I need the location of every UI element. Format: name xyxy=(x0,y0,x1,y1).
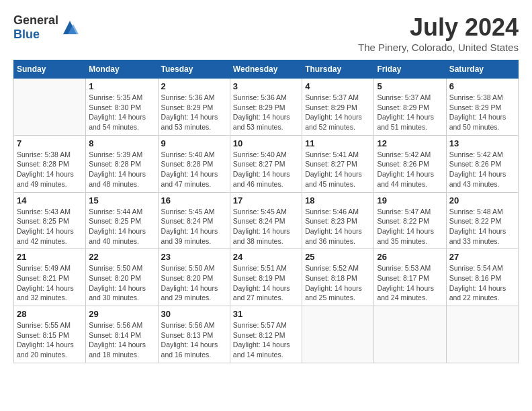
day-info: Sunrise: 5:43 AM Sunset: 8:25 PM Dayligh… xyxy=(17,207,83,246)
day-info: Sunrise: 5:51 AM Sunset: 8:19 PM Dayligh… xyxy=(233,263,299,303)
day-info: Sunrise: 5:52 AM Sunset: 8:18 PM Dayligh… xyxy=(305,263,371,303)
day-number: 30 xyxy=(161,309,227,319)
calendar-cell: 19Sunrise: 5:47 AM Sunset: 8:22 PM Dayli… xyxy=(374,192,446,249)
day-info: Sunrise: 5:35 AM Sunset: 8:30 PM Dayligh… xyxy=(89,93,154,132)
day-number: 12 xyxy=(377,138,443,148)
day-info: Sunrise: 5:57 AM Sunset: 8:12 PM Dayligh… xyxy=(233,320,299,360)
day-info: Sunrise: 5:54 AM Sunset: 8:16 PM Dayligh… xyxy=(449,263,515,303)
day-number: 26 xyxy=(377,252,443,262)
day-info: Sunrise: 5:47 AM Sunset: 8:22 PM Dayligh… xyxy=(377,207,443,246)
day-number: 7 xyxy=(17,138,83,148)
day-info: Sunrise: 5:44 AM Sunset: 8:25 PM Dayligh… xyxy=(89,207,154,246)
calendar-cell: 31Sunrise: 5:57 AM Sunset: 8:12 PM Dayli… xyxy=(230,306,302,363)
day-number: 15 xyxy=(89,195,154,205)
calendar-cell: 7Sunrise: 5:38 AM Sunset: 8:28 PM Daylig… xyxy=(14,135,86,192)
day-info: Sunrise: 5:37 AM Sunset: 8:29 PM Dayligh… xyxy=(377,93,443,132)
calendar-cell: 21Sunrise: 5:49 AM Sunset: 8:21 PM Dayli… xyxy=(14,249,86,306)
day-number: 16 xyxy=(161,195,227,205)
day-info: Sunrise: 5:41 AM Sunset: 8:27 PM Dayligh… xyxy=(305,150,371,189)
day-number: 20 xyxy=(449,195,515,205)
day-number: 28 xyxy=(17,309,83,319)
day-info: Sunrise: 5:39 AM Sunset: 8:28 PM Dayligh… xyxy=(89,150,154,189)
day-info: Sunrise: 5:37 AM Sunset: 8:29 PM Dayligh… xyxy=(305,93,371,132)
day-number: 14 xyxy=(17,195,83,205)
day-info: Sunrise: 5:36 AM Sunset: 8:29 PM Dayligh… xyxy=(161,93,227,132)
day-number: 2 xyxy=(161,81,227,91)
day-info: Sunrise: 5:56 AM Sunset: 8:13 PM Dayligh… xyxy=(161,320,227,360)
day-info: Sunrise: 5:38 AM Sunset: 8:28 PM Dayligh… xyxy=(17,150,83,189)
calendar-cell: 13Sunrise: 5:42 AM Sunset: 8:26 PM Dayli… xyxy=(446,135,518,192)
calendar-cell: 3Sunrise: 5:36 AM Sunset: 8:29 PM Daylig… xyxy=(230,79,302,136)
calendar-cell: 9Sunrise: 5:40 AM Sunset: 8:28 PM Daylig… xyxy=(158,135,230,192)
calendar-header-row: SundayMondayTuesdayWednesdayThursdayFrid… xyxy=(14,60,519,79)
calendar-header-tuesday: Tuesday xyxy=(158,60,230,79)
calendar-table: SundayMondayTuesdayWednesdayThursdayFrid… xyxy=(13,60,519,363)
calendar-cell: 11Sunrise: 5:41 AM Sunset: 8:27 PM Dayli… xyxy=(302,135,374,192)
day-number: 21 xyxy=(17,252,83,262)
day-info: Sunrise: 5:42 AM Sunset: 8:26 PM Dayligh… xyxy=(377,150,443,189)
day-info: Sunrise: 5:48 AM Sunset: 8:22 PM Dayligh… xyxy=(449,207,515,246)
calendar-week-5: 28Sunrise: 5:55 AM Sunset: 8:15 PM Dayli… xyxy=(14,306,519,363)
calendar-cell: 17Sunrise: 5:45 AM Sunset: 8:24 PM Dayli… xyxy=(230,192,302,249)
calendar-cell: 26Sunrise: 5:53 AM Sunset: 8:17 PM Dayli… xyxy=(374,249,446,306)
logo-icon xyxy=(60,17,80,38)
day-number: 8 xyxy=(89,138,154,148)
calendar-week-1: 1Sunrise: 5:35 AM Sunset: 8:30 PM Daylig… xyxy=(14,79,519,136)
calendar-cell: 2Sunrise: 5:36 AM Sunset: 8:29 PM Daylig… xyxy=(158,79,230,136)
calendar-cell: 20Sunrise: 5:48 AM Sunset: 8:22 PM Dayli… xyxy=(446,192,518,249)
calendar-week-3: 14Sunrise: 5:43 AM Sunset: 8:25 PM Dayli… xyxy=(14,192,519,249)
day-number: 24 xyxy=(233,252,299,262)
day-info: Sunrise: 5:56 AM Sunset: 8:14 PM Dayligh… xyxy=(89,320,154,360)
calendar-header-sunday: Sunday xyxy=(14,60,86,79)
day-number: 5 xyxy=(377,81,443,91)
calendar-cell: 24Sunrise: 5:51 AM Sunset: 8:19 PM Dayli… xyxy=(230,249,302,306)
day-number: 4 xyxy=(305,81,371,91)
day-number: 22 xyxy=(89,252,154,262)
logo-text: General Blue xyxy=(13,13,58,42)
day-number: 3 xyxy=(233,81,299,91)
calendar-header-wednesday: Wednesday xyxy=(230,60,302,79)
day-number: 18 xyxy=(305,195,371,205)
calendar-cell xyxy=(446,306,518,363)
day-number: 19 xyxy=(377,195,443,205)
calendar-week-2: 7Sunrise: 5:38 AM Sunset: 8:28 PM Daylig… xyxy=(14,135,519,192)
day-number: 11 xyxy=(305,138,371,148)
day-info: Sunrise: 5:53 AM Sunset: 8:17 PM Dayligh… xyxy=(377,263,443,303)
calendar-header-monday: Monday xyxy=(86,60,158,79)
calendar-cell: 16Sunrise: 5:45 AM Sunset: 8:24 PM Dayli… xyxy=(158,192,230,249)
calendar-cell: 10Sunrise: 5:40 AM Sunset: 8:27 PM Dayli… xyxy=(230,135,302,192)
day-info: Sunrise: 5:45 AM Sunset: 8:24 PM Dayligh… xyxy=(233,207,299,246)
day-number: 17 xyxy=(233,195,299,205)
calendar-cell: 22Sunrise: 5:50 AM Sunset: 8:20 PM Dayli… xyxy=(86,249,158,306)
day-number: 25 xyxy=(305,252,371,262)
calendar-cell: 28Sunrise: 5:55 AM Sunset: 8:15 PM Dayli… xyxy=(14,306,86,363)
day-info: Sunrise: 5:55 AM Sunset: 8:15 PM Dayligh… xyxy=(17,320,83,360)
day-info: Sunrise: 5:50 AM Sunset: 8:20 PM Dayligh… xyxy=(161,263,227,303)
calendar-cell xyxy=(302,306,374,363)
calendar-cell: 12Sunrise: 5:42 AM Sunset: 8:26 PM Dayli… xyxy=(374,135,446,192)
calendar-cell xyxy=(374,306,446,363)
calendar-cell: 25Sunrise: 5:52 AM Sunset: 8:18 PM Dayli… xyxy=(302,249,374,306)
calendar-cell: 1Sunrise: 5:35 AM Sunset: 8:30 PM Daylig… xyxy=(86,79,158,136)
calendar-cell: 29Sunrise: 5:56 AM Sunset: 8:14 PM Dayli… xyxy=(86,306,158,363)
calendar-cell: 6Sunrise: 5:38 AM Sunset: 8:29 PM Daylig… xyxy=(446,79,518,136)
calendar-header-saturday: Saturday xyxy=(446,60,518,79)
calendar-cell: 27Sunrise: 5:54 AM Sunset: 8:16 PM Dayli… xyxy=(446,249,518,306)
day-number: 23 xyxy=(161,252,227,262)
day-number: 31 xyxy=(233,309,299,319)
month-year-title: July 2024 xyxy=(358,13,519,42)
calendar-cell: 8Sunrise: 5:39 AM Sunset: 8:28 PM Daylig… xyxy=(86,135,158,192)
page-header: General Blue July 2024 The Pinery, Color… xyxy=(13,13,519,53)
day-info: Sunrise: 5:46 AM Sunset: 8:23 PM Dayligh… xyxy=(305,207,371,246)
day-info: Sunrise: 5:42 AM Sunset: 8:26 PM Dayligh… xyxy=(449,150,515,189)
calendar-header-thursday: Thursday xyxy=(302,60,374,79)
day-number: 6 xyxy=(449,81,515,91)
day-info: Sunrise: 5:50 AM Sunset: 8:20 PM Dayligh… xyxy=(89,263,154,303)
calendar-cell: 4Sunrise: 5:37 AM Sunset: 8:29 PM Daylig… xyxy=(302,79,374,136)
calendar-cell: 23Sunrise: 5:50 AM Sunset: 8:20 PM Dayli… xyxy=(158,249,230,306)
day-info: Sunrise: 5:40 AM Sunset: 8:28 PM Dayligh… xyxy=(161,150,227,189)
calendar-week-4: 21Sunrise: 5:49 AM Sunset: 8:21 PM Dayli… xyxy=(14,249,519,306)
day-info: Sunrise: 5:49 AM Sunset: 8:21 PM Dayligh… xyxy=(17,263,83,303)
title-block: July 2024 The Pinery, Colorado, United S… xyxy=(358,13,519,53)
day-info: Sunrise: 5:36 AM Sunset: 8:29 PM Dayligh… xyxy=(233,93,299,132)
